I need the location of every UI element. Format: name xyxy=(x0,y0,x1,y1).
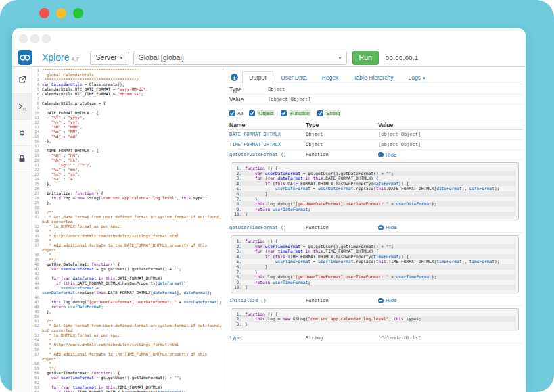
line-number: 16 xyxy=(32,139,42,144)
source-line-number: 7. xyxy=(234,270,245,275)
property-name-link[interactable]: TIME_FORMAT_DHTMLX xyxy=(229,142,306,147)
minus-circle-icon xyxy=(378,152,384,157)
hide-toggle-link[interactable]: Hide xyxy=(378,224,523,230)
server-dropdown[interactable]: Server ▾ xyxy=(90,51,129,65)
line-number: 55 xyxy=(32,343,42,347)
property-name-link[interactable]: DATE_FORMAT_DHTMLX xyxy=(229,132,306,137)
tab-output[interactable]: Output xyxy=(242,71,273,84)
line-number: 23 xyxy=(32,172,42,177)
maximize-window-button[interactable] xyxy=(73,8,83,18)
editor-line: 28 this.log = new GSLog("com.snc.app.cal… xyxy=(32,196,225,201)
open-in-new-button[interactable] xyxy=(12,67,32,93)
hide-toggle-link[interactable]: Hide xyxy=(378,152,523,158)
execution-timer: 00:00:00.1 xyxy=(386,54,419,62)
property-name-link[interactable]: getUserDateFormat () xyxy=(229,152,306,157)
line-number: 13 xyxy=(32,125,42,130)
lock-button[interactable] xyxy=(12,146,32,172)
editor-line: 37 * Add additional formats to the DATE_… xyxy=(32,243,225,253)
filter-checkbox[interactable] xyxy=(249,110,255,116)
tab-logs[interactable]: Logs▾ xyxy=(401,71,432,84)
line-number: 36 xyxy=(32,239,42,243)
editor-line: 59 **/ xyxy=(32,366,225,371)
editor-line: 6CalendarUtils.UTC_TIME_FORMAT = "HH:mm:… xyxy=(32,92,225,97)
minus-circle-icon xyxy=(378,225,384,230)
info-icon[interactable]: i xyxy=(231,74,238,81)
minimize-window-button[interactable] xyxy=(56,8,66,18)
editor-line: 8CalendarUtils.prototype = { xyxy=(32,101,225,106)
line-number: 7 xyxy=(32,97,42,101)
source-line-number: 5. xyxy=(234,259,245,264)
filter-all[interactable]: All xyxy=(229,110,243,116)
property-name-link[interactable]: type xyxy=(229,335,306,341)
line-number: 28 xyxy=(32,196,42,201)
table-row: getUserDateFormat ()FunctionHide xyxy=(228,150,523,160)
line-number: 58 xyxy=(32,362,42,366)
editor-line: 12 "%y" : "yy", xyxy=(32,120,225,125)
filter-checkbox[interactable] xyxy=(229,110,235,116)
close-window-button[interactable] xyxy=(39,8,49,18)
source-line: 8. this.log.debug("[getUserDateFormat] u… xyxy=(234,201,515,207)
app-version: 4.7 xyxy=(71,56,78,62)
property-name-link[interactable]: getUserTimeFormat () xyxy=(229,225,306,230)
line-number: 32 xyxy=(32,215,42,224)
filter-checkbox[interactable] xyxy=(317,110,323,116)
source-line: 10.} xyxy=(234,285,515,290)
editor-line: 22 "%i" : "mm", xyxy=(32,168,225,172)
line-number: 37 xyxy=(32,243,42,253)
summary-row: Value[object Object] xyxy=(228,95,523,105)
editor-line: 51 /** xyxy=(32,319,225,324)
source-line: 1.function () { xyxy=(234,312,515,317)
editor-line: 32 * Get date format from user defined f… xyxy=(32,215,225,224)
gear-button[interactable]: ⚙ xyxy=(12,120,32,146)
chevron-down-icon: ▾ xyxy=(423,76,425,80)
editor-line: 38 * xyxy=(32,253,225,258)
run-button[interactable]: Run xyxy=(352,51,379,65)
filter-string[interactable]: String xyxy=(317,110,342,116)
filter-object[interactable]: Object xyxy=(249,110,275,116)
line-number: 25 xyxy=(32,182,42,187)
screenshot-canvas: Xplore4.7 Server ▾ Global [global] ▾ Run… xyxy=(0,0,554,392)
editor-line: 18 TIME_FORMAT_DHTMLX : { xyxy=(32,149,225,153)
tab-table-hierarchy[interactable]: Table Hierarchy xyxy=(346,71,400,84)
cell-type: Object xyxy=(306,132,378,137)
table-header-row: NameTypeValue xyxy=(228,120,523,130)
table-row: typeString"CalendarUtils" xyxy=(228,333,523,343)
property-name-link[interactable]: initialize () xyxy=(229,298,306,303)
line-number: 45 xyxy=(32,286,42,295)
function-source-block: 1.function () {2. this.log = new GSLog("… xyxy=(231,308,519,330)
source-line-number: 2. xyxy=(234,244,245,249)
editor-line: 56 * xyxy=(32,347,225,352)
scope-select[interactable]: Global [global] ▾ xyxy=(133,51,347,65)
tab-user-data[interactable]: User Data xyxy=(275,71,314,84)
editor-line: 23 "%s" : "ss", xyxy=(32,172,225,177)
source-line: 1.function () { xyxy=(234,239,515,244)
hide-toggle-link[interactable]: Hide xyxy=(378,297,523,303)
table-row: initialize ()FunctionHide xyxy=(228,296,523,306)
line-number: 42 xyxy=(32,272,42,276)
tab-regex[interactable]: Regex xyxy=(315,71,346,84)
line-number: 15 xyxy=(32,134,42,139)
line-number: 19 xyxy=(32,153,42,158)
filter-function[interactable]: Function xyxy=(281,110,311,116)
app-header: Xplore4.7 Server ▾ Global [global] ▾ Run… xyxy=(12,49,526,67)
source-line: 2. var userDateFormat = gs.getUser().get… xyxy=(234,171,515,176)
line-number: 33 xyxy=(32,224,42,229)
source-line-number: 6. xyxy=(234,264,245,270)
editor-line: 21 "%g:" : /^h:/, xyxy=(32,163,225,168)
editor-line: 24 "%a" : "a" xyxy=(32,177,225,182)
terminal-button[interactable] xyxy=(12,93,32,120)
editor-line: 20 "%h" : "hh", xyxy=(32,158,225,163)
chevron-down-icon: ▾ xyxy=(339,55,342,61)
filter-checkbox[interactable] xyxy=(281,110,287,116)
editor-line: 34 * xyxy=(32,229,225,234)
editor-line: 50 xyxy=(32,314,225,319)
code-editor[interactable]: 1/**************************************… xyxy=(32,67,225,392)
line-number: 43 xyxy=(32,276,42,281)
line-number: 56 xyxy=(32,347,42,352)
editor-line: 52 * Get time format from user defined f… xyxy=(32,324,225,333)
terminal-icon xyxy=(18,103,26,110)
line-number: 20 xyxy=(32,158,42,163)
source-line-number: 8. xyxy=(234,201,245,207)
editor-line: 42 xyxy=(32,272,225,276)
editor-line: 53 * to DHTMLX format as per spec: xyxy=(32,333,225,338)
